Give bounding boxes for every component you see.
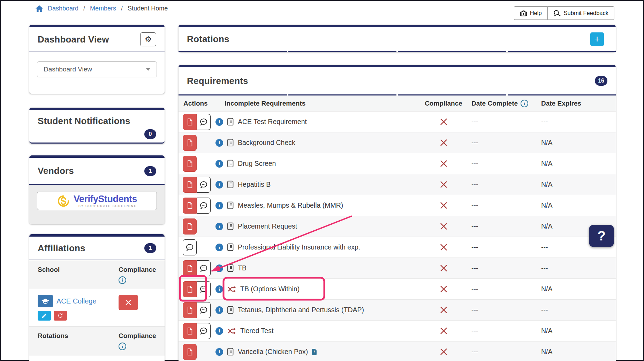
info-icon[interactable]: i: [215, 223, 223, 230]
requirement-name: Placement Request: [238, 222, 297, 230]
upload-document-button[interactable]: [183, 135, 197, 151]
date-complete-value: ---: [464, 327, 534, 335]
requirements-count-badge: 16: [595, 76, 607, 86]
compliance-column-header: Compliance: [119, 266, 156, 274]
dashboard-view-selected-value: Dashboard View: [44, 66, 92, 73]
vendor-logo-text: VerifyStudents: [74, 194, 137, 204]
comment-button[interactable]: [197, 302, 211, 318]
non-compliant-icon: [440, 348, 448, 356]
dashboard-view-title: Dashboard View: [38, 34, 109, 45]
date-complete-value: ---: [464, 264, 534, 272]
document-alert-icon[interactable]: !: [312, 348, 317, 355]
speech-bubble-icon: [199, 327, 208, 335]
requirement-row: iTetanus, Diphtheria and Pertussis (TDAP…: [179, 300, 616, 321]
non-compliant-icon: [440, 243, 448, 251]
date-expires-value: N/A: [534, 139, 616, 147]
date-complete-value: ---: [464, 118, 534, 126]
upload-document-button[interactable]: [183, 156, 197, 172]
upload-document-button[interactable]: [183, 281, 197, 297]
vendors-card: Vendors 1 VerifyStudents BY CORPORATE SC…: [29, 155, 165, 224]
main-content: Rotations + Requirements 16 Actions Inco…: [179, 25, 616, 361]
topbar-buttons: Help Submit Feedback: [514, 6, 614, 20]
verifystudents-logo-icon: [57, 194, 70, 208]
requirement-row: iTB (Options Within)---N/A: [179, 279, 616, 300]
document-icon: [187, 285, 193, 293]
dashboard-view-select[interactable]: Dashboard View: [37, 61, 157, 77]
info-icon[interactable]: i: [215, 160, 223, 168]
speech-bubble-icon: [199, 306, 208, 314]
info-icon[interactable]: i: [215, 348, 223, 356]
school-name-link[interactable]: ACE College: [56, 297, 97, 305]
upload-document-button[interactable]: [183, 218, 197, 235]
date-complete-value: ---: [464, 306, 534, 314]
compliance-info-icon[interactable]: i: [119, 343, 126, 350]
requirement-row: iProfessional Liability Insurance with e…: [179, 237, 616, 258]
non-compliant-button[interactable]: [119, 295, 138, 310]
affiliation-school-row: ACE College: [29, 289, 165, 327]
home-icon[interactable]: [36, 5, 43, 12]
settings-button[interactable]: ⚙: [140, 32, 156, 46]
upload-document-button[interactable]: [183, 302, 197, 318]
refresh-affiliation-button[interactable]: [54, 311, 67, 321]
requirement-name: ACE Test Requirement: [238, 118, 307, 126]
info-icon[interactable]: i: [215, 306, 223, 314]
requirement-row: iTB------: [179, 258, 616, 279]
info-icon[interactable]: i: [215, 327, 223, 335]
submit-feedback-button[interactable]: Submit Feedback: [547, 6, 614, 20]
affiliation-rotation-row: 648120 Pending: [29, 355, 165, 361]
info-icon[interactable]: i: [215, 264, 223, 272]
school-column-header: School: [38, 266, 119, 284]
upload-document-button[interactable]: [183, 198, 197, 214]
comment-button[interactable]: [197, 281, 211, 297]
date-complete-value: ---: [464, 285, 534, 293]
comment-button[interactable]: [197, 114, 211, 130]
info-icon[interactable]: i: [215, 202, 223, 209]
floating-help-button[interactable]: ?: [589, 225, 614, 247]
info-icon[interactable]: i: [215, 118, 223, 126]
shuffle-icon: [227, 286, 236, 293]
date-complete-value: ---: [464, 180, 534, 189]
upload-document-button[interactable]: [183, 177, 197, 193]
requirement-name: Tetanus, Diphtheria and Pertussis (TDAP): [238, 306, 364, 314]
requirement-row: iBackground Check---N/A: [179, 132, 616, 153]
requirement-name: Tiered Test: [240, 327, 273, 335]
upload-document-button[interactable]: [183, 323, 197, 339]
breadcrumb-separator: /: [121, 5, 123, 12]
comment-button[interactable]: [197, 323, 211, 339]
edit-affiliation-button[interactable]: [38, 311, 51, 321]
date-complete-value: ---: [464, 160, 534, 168]
add-rotation-button[interactable]: +: [590, 32, 604, 46]
comment-button[interactable]: [183, 239, 197, 255]
upload-document-button[interactable]: [183, 260, 197, 276]
student-home-page: Dashboard / Members / Student Home Help: [0, 0, 644, 361]
date-complete-info-icon[interactable]: i: [521, 100, 528, 107]
affiliations-rotations-header-row: Rotations Compliance i: [29, 327, 165, 355]
info-icon[interactable]: i: [215, 181, 223, 189]
affiliations-count-badge: 1: [144, 243, 156, 253]
breadcrumb-members[interactable]: Members: [90, 5, 116, 12]
speech-bubble-icon: [199, 181, 208, 189]
breadcrumb-dashboard[interactable]: Dashboard: [48, 5, 78, 12]
comment-button[interactable]: [197, 260, 211, 276]
requirement-name: Measles, Mumps & Rubella (MMR): [238, 201, 343, 209]
comment-button[interactable]: [197, 198, 211, 214]
non-compliant-icon: [440, 180, 448, 189]
non-compliant-icon: [440, 118, 448, 126]
comment-button[interactable]: [197, 177, 211, 193]
info-icon[interactable]: i: [215, 285, 223, 293]
info-icon[interactable]: i: [215, 244, 223, 251]
requirement-row: iDrug Screen---N/A: [179, 153, 616, 174]
actions-column-header: Actions: [179, 100, 213, 107]
chevron-down-icon: [146, 68, 150, 71]
date-complete-value: ---: [464, 201, 534, 209]
upload-document-button[interactable]: [183, 344, 197, 360]
upload-document-button[interactable]: [183, 114, 197, 130]
document-icon: [187, 160, 193, 168]
compliance-info-icon[interactable]: i: [119, 276, 126, 284]
speech-bubble-icon: [199, 264, 208, 272]
graduation-cap-icon: [41, 298, 50, 304]
verifystudents-vendor-link[interactable]: VerifyStudents BY CORPORATE SCREENING: [37, 192, 157, 210]
info-icon[interactable]: i: [215, 139, 223, 147]
school-button[interactable]: [38, 295, 53, 307]
help-button[interactable]: Help: [514, 6, 547, 20]
